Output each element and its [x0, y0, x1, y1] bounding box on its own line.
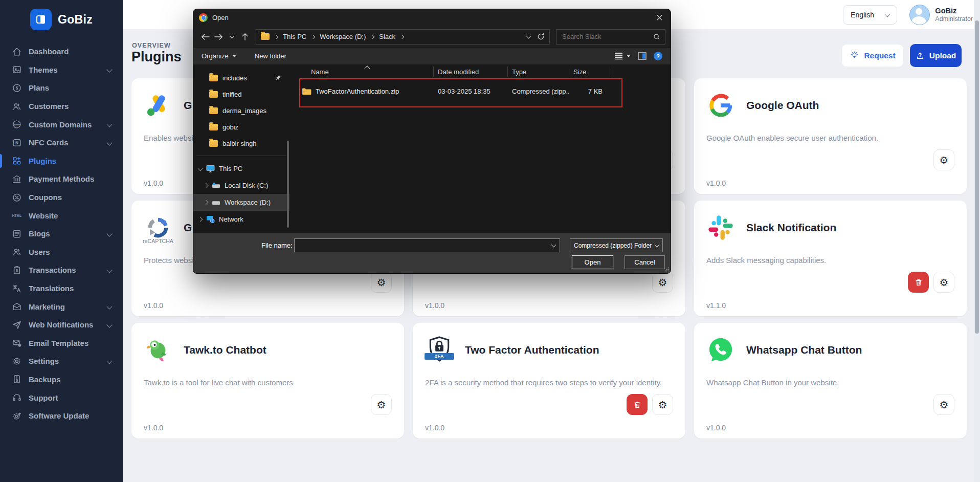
sidebar-item-payment-methods[interactable]: Payment Methods	[0, 170, 123, 188]
plugin-description: Google OAuth enables secure user authent…	[706, 134, 954, 142]
new-folder-button[interactable]: New folder	[255, 52, 286, 60]
page-scrollbar-thumb[interactable]	[975, 20, 979, 334]
chevron-right-icon[interactable]	[198, 217, 203, 222]
file-row-twofactorauthentication-zip[interactable]: TwoFactorAuthentication.zip 03-03-2025 1…	[294, 83, 671, 99]
sidebar-item-marketing[interactable]: Marketing	[0, 297, 123, 316]
column-header-date-modified[interactable]: Date modified	[433, 65, 507, 78]
plugin-version: v1.0.0	[706, 179, 726, 187]
quick-folder-derma-images[interactable]: derma_images	[193, 102, 289, 119]
upload-button[interactable]: Upload	[910, 44, 962, 67]
tree-item-workspace-d[interactable]: Workspace (D:)	[193, 194, 289, 211]
column-header-name[interactable]: Name	[294, 65, 433, 78]
column-divider[interactable]	[433, 67, 434, 77]
forward-icon[interactable]	[212, 31, 225, 42]
up-icon[interactable]	[238, 31, 252, 42]
sidebar-item-web-notifications[interactable]: Web Notifications	[0, 316, 123, 334]
plugin-card-slack: Slack Notification Adds Slack messaging …	[694, 201, 967, 316]
delete-button[interactable]	[627, 394, 648, 415]
view-mode-button[interactable]	[614, 52, 631, 60]
chevron-down-icon	[106, 303, 112, 309]
column-divider[interactable]	[507, 67, 508, 77]
sidebar-item-customers[interactable]: Customers	[0, 97, 123, 116]
dialog-navbar: This PC Workspace (D:) Slack	[193, 26, 671, 47]
column-divider[interactable]	[610, 67, 610, 77]
file-name-input[interactable]	[299, 241, 552, 250]
plugin-title: Two Factor Authentication	[465, 344, 599, 356]
close-icon[interactable]	[648, 9, 671, 26]
quick-folder-balbir-singh[interactable]: balbir singh	[193, 135, 289, 151]
settings-button[interactable]: ⚙	[371, 272, 392, 293]
chevron-down-icon[interactable]	[198, 166, 203, 171]
back-icon[interactable]	[198, 31, 212, 42]
settings-button[interactable]: ⚙	[652, 394, 673, 415]
sidebar-item-plans[interactable]: Plans	[0, 79, 123, 97]
sidebar-item-website[interactable]: Website	[0, 206, 123, 225]
plugin-title: Whatsapp Chat Button	[746, 344, 862, 356]
recent-locations-icon[interactable]	[225, 31, 238, 42]
breadcrumb-slack[interactable]: Slack	[379, 33, 395, 40]
refresh-icon[interactable]	[537, 33, 545, 40]
address-bar[interactable]: This PC Workspace (D:) Slack	[256, 29, 550, 45]
quick-folder-gobiz[interactable]: gobiz	[193, 119, 289, 135]
cancel-button[interactable]: Cancel	[625, 255, 665, 269]
chevron-right-icon[interactable]	[204, 200, 209, 205]
tree-item-local-disk-c[interactable]: Local Disk (C:)	[193, 177, 289, 194]
sidebar-item-email-templates[interactable]: Email Templates	[0, 334, 123, 353]
chevron-down-icon[interactable]	[551, 243, 556, 248]
resize-grip[interactable]	[664, 267, 669, 272]
settings-button[interactable]: ⚙	[933, 272, 954, 293]
page-title: Plugins	[131, 49, 182, 65]
tree-item-this-pc[interactable]: This PC	[193, 160, 289, 177]
column-header-type[interactable]: Type	[507, 65, 569, 78]
settings-button[interactable]: ⚙	[933, 149, 954, 170]
sidebar-item-translations[interactable]: Translations	[0, 279, 123, 298]
sidebar-item-settings[interactable]: Settings	[0, 352, 123, 370]
sidebar-item-coupons[interactable]: Coupons	[0, 188, 123, 207]
breadcrumb-eyebrow: OVERVIEW	[132, 42, 171, 49]
organize-menu[interactable]: Organize	[202, 52, 236, 60]
list-view-icon	[614, 52, 623, 60]
help-button[interactable]: ?	[654, 52, 662, 60]
dialog-title: Open	[212, 14, 229, 21]
sidebar-item-themes[interactable]: Themes	[0, 61, 123, 79]
sidebar-item-nfc-cards[interactable]: NFC Cards	[0, 134, 123, 152]
settings-button[interactable]: ⚙	[371, 394, 392, 415]
left-pane-scrollbar[interactable]	[287, 141, 289, 228]
breadcrumb-this-pc[interactable]: This PC	[283, 33, 306, 40]
settings-button[interactable]: ⚙	[652, 272, 673, 293]
sidebar-item-dashboard[interactable]: Dashboard	[0, 42, 123, 61]
clipboard-dollar-icon	[12, 265, 22, 275]
delete-button[interactable]	[908, 272, 929, 293]
chevron-right-icon	[311, 34, 315, 38]
language-selector[interactable]: English	[843, 5, 897, 25]
sidebar-item-software-update[interactable]: Software Update	[0, 407, 123, 425]
column-header-size[interactable]: Size	[569, 65, 610, 78]
tree-item-network[interactable]: Network	[193, 211, 289, 228]
sidebar-item-support[interactable]: Support	[0, 388, 123, 407]
gear-icon	[12, 356, 22, 366]
file-type-select[interactable]: Compressed (zipped) Folder (*.	[570, 238, 663, 252]
app-logo[interactable]: GoBiz	[0, 0, 123, 42]
quick-folder-includes[interactable]: includes	[193, 70, 289, 86]
breadcrumb-workspace[interactable]: Workspace (D:)	[320, 33, 366, 40]
chevron-right-icon[interactable]	[204, 183, 209, 188]
dialog-titlebar[interactable]: Open	[193, 9, 671, 26]
open-button[interactable]: Open	[572, 255, 613, 269]
dialog-footer: File name: Compressed (zipped) Folder (*…	[193, 233, 671, 273]
search-icon[interactable]	[653, 33, 660, 40]
sidebar-item-transactions[interactable]: Transactions	[0, 261, 123, 279]
sidebar-item-backups[interactable]: Backups	[0, 370, 123, 389]
folder-icon	[209, 124, 218, 130]
request-button[interactable]: Request	[841, 44, 904, 67]
sidebar-item-custom-domains[interactable]: Custom Domains	[0, 115, 123, 134]
user-menu[interactable]: GoBiz Administrator	[909, 5, 973, 25]
search-input[interactable]	[561, 32, 653, 41]
sidebar-item-plugins[interactable]: Plugins	[0, 152, 123, 170]
preview-pane-button[interactable]	[638, 52, 647, 60]
quick-folder-tinified[interactable]: tinified	[193, 86, 289, 102]
settings-button[interactable]: ⚙	[933, 394, 954, 415]
sidebar-item-users[interactable]: Users	[0, 243, 123, 261]
sidebar-item-blogs[interactable]: Blogs	[0, 225, 123, 243]
address-dropdown-icon[interactable]	[526, 34, 531, 39]
column-divider[interactable]	[569, 67, 569, 77]
